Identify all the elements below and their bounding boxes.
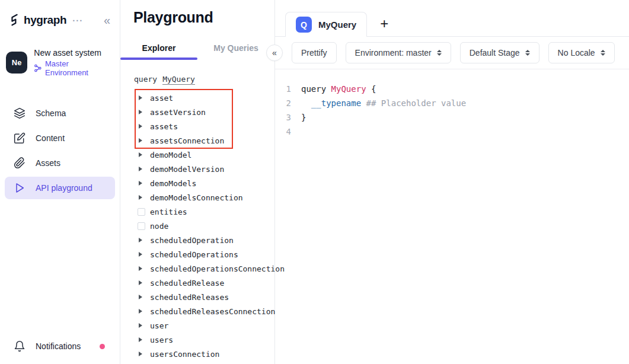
explorer-collapse-button[interactable]: «: [266, 44, 283, 61]
tree-row[interactable]: scheduledReleasesConnection: [139, 304, 274, 318]
field-checkbox[interactable]: [139, 222, 146, 230]
new-tab-button[interactable]: +: [367, 11, 401, 36]
query-editor-panel: Q MyQuery + Prettify Environment: master…: [275, 0, 629, 364]
toolbar-button-label: Environment: master: [355, 48, 432, 58]
tree-field-label: user: [150, 321, 168, 330]
more-options-icon[interactable]: ···: [72, 15, 83, 25]
branch-icon: [34, 64, 42, 72]
expand-triangle-icon[interactable]: [139, 181, 146, 186]
project-switcher[interactable]: Ne New asset system Master Environment: [0, 27, 120, 77]
environment-select[interactable]: Environment: master: [346, 42, 451, 63]
expand-triangle-icon[interactable]: [139, 138, 146, 143]
expand-triangle-icon[interactable]: [139, 309, 146, 314]
tab-explorer[interactable]: Explorer: [120, 40, 197, 60]
code-token: MyQuery: [331, 84, 371, 94]
tree-row[interactable]: usersConnection: [139, 347, 274, 361]
sidebar-item-content[interactable]: Content: [5, 127, 115, 149]
editor-toolbar: Prettify Environment: master Default Sta…: [275, 37, 629, 69]
expand-triangle-icon[interactable]: [139, 167, 146, 171]
prettify-button[interactable]: Prettify: [292, 42, 337, 63]
editor-tab-myquery[interactable]: Q MyQuery: [285, 12, 367, 37]
explorer-panel: Playground Explorer My Queries « queryMy…: [120, 0, 275, 364]
toolbar-button-label: No Locale: [558, 48, 595, 58]
code-token: }: [301, 113, 306, 122]
code-token: {: [371, 84, 376, 94]
environment-selector[interactable]: Master Environment: [34, 59, 113, 77]
tree-row[interactable]: assets: [139, 119, 274, 133]
locale-select[interactable]: No Locale: [548, 42, 615, 63]
hygraph-logo-text: hygraph: [24, 14, 66, 27]
tree-row[interactable]: asset: [139, 91, 274, 105]
page-title: Playground: [133, 9, 274, 26]
tree-field-label: scheduledOperation: [150, 236, 234, 245]
sidebar-collapse-icon[interactable]: «: [104, 14, 110, 26]
expand-triangle-icon[interactable]: [139, 337, 146, 342]
tree-field-label: scheduledReleases: [150, 293, 229, 302]
tree-row[interactable]: node: [139, 219, 274, 233]
editor-tabbar: Q MyQuery +: [275, 0, 629, 37]
expand-triangle-icon[interactable]: [139, 238, 146, 242]
tree-row[interactable]: demoModelVersion: [139, 162, 274, 176]
expand-triangle-icon[interactable]: [139, 323, 146, 328]
sidebar-nav: Schema Content Assets API playground: [0, 100, 120, 202]
project-avatar[interactable]: Ne: [6, 52, 27, 74]
paperclip-icon: [14, 157, 25, 169]
tree-row[interactable]: assetsConnection: [139, 133, 274, 148]
tree-field-label: demoModel: [150, 151, 191, 159]
tree-row[interactable]: demoModelsConnection: [139, 190, 274, 205]
line-number: 3: [275, 110, 291, 124]
sidebar-item-label: Schema: [36, 108, 66, 118]
expand-triangle-icon[interactable]: [139, 295, 146, 299]
sidebar-item-schema[interactable]: Schema: [5, 102, 115, 124]
active-tab-underline: [120, 58, 197, 60]
tree-field-label: assetsConnection: [150, 136, 224, 145]
stage-select[interactable]: Default Stage: [460, 42, 539, 63]
sidebar-item-label: Content: [36, 133, 65, 143]
sidebar-item-api-playground[interactable]: API playground: [5, 177, 115, 199]
tree-row[interactable]: scheduledRelease: [139, 276, 274, 290]
expand-triangle-icon[interactable]: [139, 280, 146, 285]
expand-triangle-icon[interactable]: [139, 195, 146, 200]
sidebar-item-label: Assets: [36, 158, 60, 168]
hygraph-logo-icon: [8, 13, 21, 27]
sidebar-item-label: API playground: [36, 183, 92, 193]
tree-row[interactable]: users: [139, 333, 274, 347]
editor-tab-label: MyQuery: [318, 20, 356, 30]
tree-field-label: scheduledReleasesConnection: [150, 307, 275, 316]
toolbar-button-label: Default Stage: [470, 48, 520, 58]
project-name: New asset system: [34, 48, 113, 58]
layers-icon: [14, 107, 25, 119]
sidebar-item-notifications[interactable]: Notifications: [0, 334, 120, 358]
expand-triangle-icon[interactable]: [139, 266, 146, 271]
toolbar-button-label: Prettify: [301, 48, 327, 58]
tree-row[interactable]: demoModels: [139, 176, 274, 190]
tree-row[interactable]: scheduledReleases: [139, 290, 274, 304]
code-editor[interactable]: 1 query MyQuery { 2 __typename ## Placeh…: [275, 69, 629, 364]
tree-field-label: usersConnection: [150, 350, 219, 359]
query-header: queryMyQuery: [134, 75, 274, 84]
tree-row[interactable]: assetVersion: [139, 105, 274, 119]
expand-triangle-icon[interactable]: [139, 252, 146, 257]
expand-triangle-icon[interactable]: [139, 110, 146, 114]
environment-label: Master Environment: [45, 59, 113, 77]
code-token: __typename: [311, 98, 361, 108]
expand-triangle-icon[interactable]: [139, 152, 146, 157]
tab-my-queries[interactable]: My Queries: [197, 40, 274, 60]
tree-field-label: users: [150, 336, 173, 344]
tree-row[interactable]: user: [139, 318, 274, 333]
playground-tabs: Explorer My Queries: [120, 40, 274, 60]
code-line: 2 __typename ## Placeholder value: [275, 96, 629, 110]
tree-row[interactable]: scheduledOperations: [139, 247, 274, 261]
sidebar-item-assets[interactable]: Assets: [5, 152, 115, 174]
expand-triangle-icon[interactable]: [139, 95, 146, 100]
expand-triangle-icon[interactable]: [139, 124, 146, 129]
query-name[interactable]: MyQuery: [162, 75, 195, 85]
up-down-arrows-icon: [437, 50, 442, 56]
tree-row[interactable]: entities: [139, 205, 274, 219]
tree-row[interactable]: scheduledOperation: [139, 233, 274, 247]
tree-row[interactable]: demoModel: [139, 148, 274, 162]
tree-field-label: scheduledRelease: [150, 279, 224, 288]
tree-row[interactable]: scheduledOperationsConnection: [139, 261, 274, 276]
field-checkbox[interactable]: [139, 208, 146, 216]
expand-triangle-icon[interactable]: [139, 352, 146, 356]
